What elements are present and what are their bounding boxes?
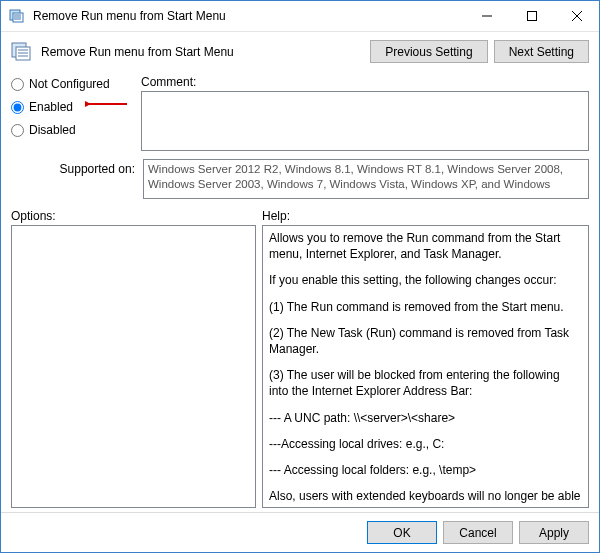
supported-on-textbox[interactable]: Windows Server 2012 R2, Windows 8.1, Win… xyxy=(143,159,589,199)
close-button[interactable] xyxy=(554,1,599,31)
next-setting-button[interactable]: Next Setting xyxy=(494,40,589,63)
help-p7: ---Accessing local drives: e.g., C: xyxy=(269,436,582,452)
app-icon xyxy=(9,8,25,24)
upper-pane: Not Configured Enabled Disabled Comment: xyxy=(1,71,599,205)
radio-enabled[interactable]: Enabled xyxy=(11,100,131,114)
lower-pane: Options: Help: Allows you to remove the … xyxy=(1,205,599,512)
svg-rect-6 xyxy=(527,12,536,21)
radio-disabled-label: Disabled xyxy=(29,123,76,137)
help-p6: --- A UNC path: \\<server>\<share> xyxy=(269,410,582,426)
supported-label: Supported on: xyxy=(11,159,135,199)
help-p4: (2) The New Task (Run) command is remove… xyxy=(269,325,582,357)
options-label: Options: xyxy=(11,205,256,225)
help-p1: Allows you to remove the Run command fro… xyxy=(269,230,582,262)
policy-icon xyxy=(11,41,33,63)
options-panel[interactable] xyxy=(11,225,256,508)
help-panel[interactable]: Allows you to remove the Run command fro… xyxy=(262,225,589,508)
help-p8: --- Accessing local folders: e.g., \temp… xyxy=(269,462,582,478)
cancel-button[interactable]: Cancel xyxy=(443,521,513,544)
help-label: Help: xyxy=(262,205,589,225)
maximize-button[interactable] xyxy=(509,1,554,31)
titlebar: Remove Run menu from Start Menu xyxy=(1,1,599,32)
radio-enabled-input[interactable] xyxy=(11,101,24,114)
radio-not-configured-input[interactable] xyxy=(11,78,24,91)
ok-button[interactable]: OK xyxy=(367,521,437,544)
help-p9: Also, users with extended keyboards will… xyxy=(269,488,582,508)
help-text: Allows you to remove the Run command fro… xyxy=(263,226,588,508)
minimize-button[interactable] xyxy=(464,1,509,31)
radio-disabled-input[interactable] xyxy=(11,124,24,137)
radio-disabled[interactable]: Disabled xyxy=(11,123,131,137)
policy-name: Remove Run menu from Start Menu xyxy=(41,45,362,59)
dialog-window: Remove Run menu from Start Menu Remove R… xyxy=(0,0,600,553)
radio-not-configured-label: Not Configured xyxy=(29,77,110,91)
state-radio-group: Not Configured Enabled Disabled xyxy=(11,75,131,137)
help-p5: (3) The user will be blocked from enteri… xyxy=(269,367,582,399)
help-p3: (1) The Run command is removed from the … xyxy=(269,299,582,315)
comment-textbox[interactable] xyxy=(141,91,589,151)
window-title: Remove Run menu from Start Menu xyxy=(33,9,464,23)
previous-setting-button[interactable]: Previous Setting xyxy=(370,40,487,63)
radio-not-configured[interactable]: Not Configured xyxy=(11,77,131,91)
radio-enabled-label: Enabled xyxy=(29,100,73,114)
header-row: Remove Run menu from Start Menu Previous… xyxy=(1,32,599,71)
footer-buttons: OK Cancel Apply xyxy=(1,512,599,552)
comment-label: Comment: xyxy=(141,75,589,89)
apply-button[interactable]: Apply xyxy=(519,521,589,544)
help-p2: If you enable this setting, the followin… xyxy=(269,272,582,288)
